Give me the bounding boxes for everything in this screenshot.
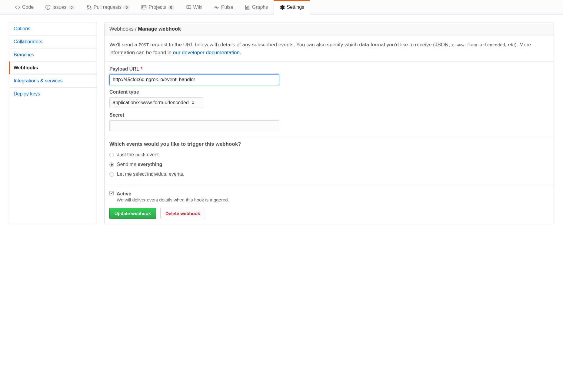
code-icon — [15, 5, 20, 10]
active-checkbox[interactable] — [109, 191, 114, 195]
tab-pulse-label: Pulse — [221, 5, 233, 10]
tab-pull-requests[interactable]: Pull requests 0 — [81, 0, 136, 14]
breadcrumb-current: Manage webhook — [138, 26, 181, 32]
tab-settings-label: Settings — [287, 5, 304, 10]
git-pull-request-icon — [86, 5, 92, 10]
svg-rect-1 — [48, 6, 48, 8]
svg-rect-10 — [246, 7, 247, 9]
sidenav-integrations[interactable]: Integrations & services — [9, 75, 97, 88]
pulse-icon — [214, 5, 219, 10]
breadcrumb: Webhooks / Manage webhook — [105, 22, 554, 36]
radio-icon — [109, 153, 114, 157]
sidenav-deploy-keys[interactable]: Deploy keys — [9, 88, 97, 100]
svg-point-4 — [87, 8, 88, 9]
event-option-select[interactable]: Let me select individual events. — [109, 171, 549, 177]
sidenav-options[interactable]: Options — [9, 22, 97, 35]
tab-settings[interactable]: Settings — [274, 0, 310, 15]
issues-count: 0 — [68, 5, 75, 10]
svg-rect-7 — [142, 6, 143, 8]
pr-count: 0 — [123, 5, 130, 10]
event-option-everything[interactable]: Send me everything. — [109, 162, 549, 167]
tab-pulse[interactable]: Pulse — [208, 0, 239, 14]
gear-icon — [279, 5, 285, 10]
svg-point-3 — [87, 5, 88, 7]
tab-pr-label: Pull requests — [94, 5, 122, 10]
tab-issues[interactable]: Issues 0 — [39, 0, 80, 14]
intro-text: We'll send a POST request to the URL bel… — [109, 41, 549, 56]
issue-icon — [45, 5, 51, 10]
secret-input[interactable] — [109, 120, 279, 131]
sidenav-webhooks[interactable]: Webhooks — [9, 61, 97, 75]
svg-rect-12 — [248, 5, 249, 8]
active-label: Active — [117, 191, 229, 197]
tab-wiki-label: Wiki — [193, 5, 202, 10]
svg-rect-8 — [144, 6, 144, 8]
tab-graphs[interactable]: Graphs — [239, 0, 274, 14]
content-type-value: application/x-www-form-urlencoded — [113, 100, 189, 105]
event-option-push[interactable]: Just the push event. — [109, 152, 549, 158]
developer-docs-link[interactable]: our developer documentation — [173, 50, 240, 55]
tab-graphs-label: Graphs — [252, 5, 268, 10]
active-note: We will deliver event details when this … — [117, 197, 229, 202]
sidenav-collaborators[interactable]: Collaborators — [9, 35, 97, 48]
tab-code-label: Code — [22, 5, 34, 10]
payload-url-label: Payload URL * — [109, 66, 549, 72]
projects-count: 0 — [168, 5, 174, 10]
tab-issues-label: Issues — [52, 5, 66, 10]
events-heading: Which events would you like to trigger t… — [109, 141, 549, 147]
secret-label: Secret — [109, 112, 549, 118]
tab-code[interactable]: Code — [9, 0, 39, 14]
svg-rect-11 — [247, 6, 248, 9]
select-caret-icon — [192, 101, 194, 104]
svg-rect-2 — [48, 8, 48, 9]
radio-icon — [109, 162, 114, 167]
svg-point-5 — [90, 8, 91, 9]
sidenav-branches[interactable]: Branches — [9, 48, 97, 61]
webhook-form-box: Webhooks / Manage webhook We'll send a P… — [104, 22, 554, 224]
content-type-label: Content type — [109, 89, 549, 95]
book-icon — [186, 5, 192, 10]
repo-tabnav: Code Issues 0 Pull requests 0 Projects 0… — [0, 0, 563, 15]
tab-projects[interactable]: Projects 0 — [135, 0, 180, 14]
graph-icon — [245, 5, 250, 10]
update-webhook-button[interactable]: Update webhook — [109, 208, 156, 219]
project-icon — [141, 5, 147, 10]
breadcrumb-root: Webhooks — [109, 26, 134, 32]
tab-wiki[interactable]: Wiki — [180, 0, 208, 14]
tab-projects-label: Projects — [148, 5, 166, 10]
delete-webhook-button[interactable]: Delete webhook — [160, 208, 205, 219]
settings-sidenav: Options Collaborators Branches Webhooks … — [9, 22, 97, 224]
radio-icon — [109, 172, 114, 177]
content-type-select[interactable]: application/x-www-form-urlencoded — [109, 97, 203, 108]
payload-url-input[interactable] — [109, 74, 279, 85]
svg-rect-9 — [145, 6, 145, 8]
